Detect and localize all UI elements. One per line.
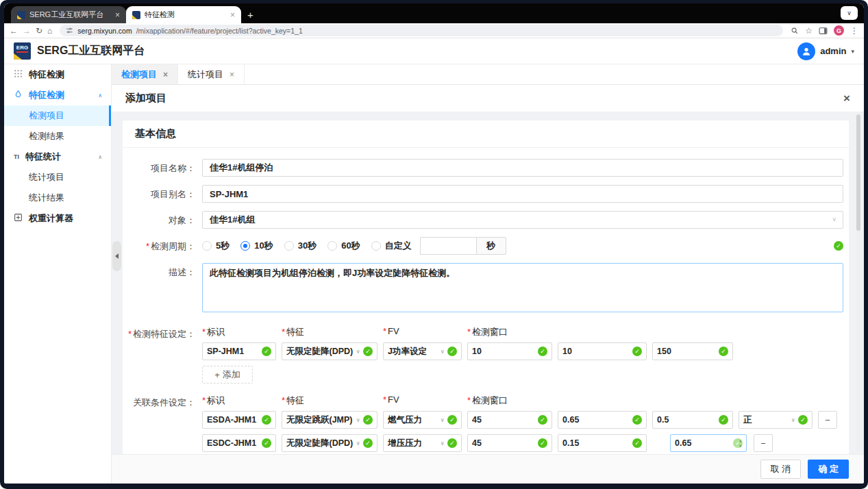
fv-select[interactable]: J功率设定∨✓ (383, 342, 462, 360)
chevron-up-icon[interactable]: ∧ (98, 92, 102, 99)
radio-custom[interactable]: 自定义 (371, 240, 412, 252)
radio-30s[interactable]: 30秒 (284, 240, 317, 252)
tab-close-icon[interactable]: × (163, 70, 168, 79)
modal-title: 添加项目 (125, 92, 166, 105)
url-path: /mixapplication/#/feature/project/list?a… (136, 27, 303, 35)
username[interactable]: admin (820, 46, 846, 56)
window-input[interactable]: 10✓ (558, 342, 647, 360)
sidebar-group-feature-detect[interactable]: 特征检测 ∧ (4, 85, 111, 105)
sidebar-group-label: 特征检测 (29, 89, 64, 101)
sidebar-item-detect-results[interactable]: 检测结果 (4, 126, 111, 147)
app-logo-text: ERG (16, 45, 28, 53)
tab-close-icon[interactable]: × (230, 10, 235, 20)
feature-id-input[interactable]: SP-JHM1✓ (202, 342, 276, 360)
tab-detect-projects[interactable]: 检测项目 × (112, 64, 178, 84)
project-alias-input[interactable] (202, 185, 843, 203)
tab-close-icon[interactable]: × (115, 10, 120, 20)
modal-body: 基本信息 项目名称： 项目别名： 对象： (112, 112, 864, 454)
close-icon[interactable]: × (843, 92, 850, 104)
radio-5s[interactable]: 5秒 (202, 240, 230, 252)
confirm-button[interactable]: 确 定 (808, 460, 849, 479)
tab-stats-projects[interactable]: 统计项目 × (178, 64, 245, 84)
target-select[interactable]: ∨ (202, 211, 843, 229)
sidebar-group-feature-stats[interactable]: TI 特征统计 ∧ (4, 147, 111, 167)
chevron-up-icon[interactable]: ∧ (98, 154, 102, 160)
site-settings-icon[interactable] (66, 27, 73, 34)
col-header: FV (388, 394, 399, 405)
sidebar-item-detect-projects[interactable]: 检测项目 (4, 105, 111, 126)
url-bar[interactable]: serg.mixyun.com/mixapplication/#/feature… (60, 25, 783, 36)
col-header: 特征 (286, 395, 304, 405)
chevron-down-icon: ∨ (832, 216, 836, 223)
forward-icon[interactable]: → (23, 27, 31, 35)
valid-check-icon: ✓ (447, 347, 457, 356)
tab-close-icon[interactable]: × (230, 70, 234, 79)
target-select-value[interactable] (202, 211, 843, 229)
bookmark-star-icon[interactable]: ☆ (805, 27, 813, 35)
scrollbar-thumb[interactable] (856, 114, 860, 231)
window-input[interactable]: 45✓ (467, 411, 552, 429)
side-panel-icon[interactable] (819, 27, 828, 35)
remove-row-button[interactable]: − (754, 434, 773, 452)
fv-select[interactable]: 燃气压力∨✓ (383, 411, 462, 429)
form-row-target: 对象： ∨ (123, 211, 849, 229)
home-icon[interactable]: ⌂ (47, 27, 52, 35)
new-tab-button[interactable]: + (247, 9, 253, 21)
window-number-input-focused[interactable]: 0.65 ✓ ∧∨ (670, 434, 747, 452)
window-input[interactable]: 0.5✓ (652, 411, 733, 429)
field-label: *检测周期： (123, 237, 202, 253)
custom-period-input[interactable] (420, 237, 476, 255)
sidebar-workspace[interactable]: 特征检测 (4, 64, 111, 85)
remove-row-button[interactable]: − (818, 411, 837, 429)
field-label: *检测特征设定： (123, 325, 202, 340)
feature-type-select[interactable]: 无限定陡降(DPD)∨✓ (282, 342, 377, 360)
user-caret-icon[interactable]: ▾ (851, 48, 854, 55)
reload-icon[interactable]: ↻ (36, 27, 42, 35)
valid-check-icon: ✓ (632, 438, 642, 448)
relation-type-select[interactable]: 无限定陡降(DPD)∨✓ (282, 434, 377, 452)
project-name-input[interactable] (202, 159, 843, 177)
zoom-icon[interactable] (791, 27, 799, 35)
valid-check-icon: ✓ (719, 347, 728, 356)
radio-10s[interactable]: 10秒 (240, 240, 273, 252)
sign-select[interactable]: 正∨✓ (739, 411, 813, 429)
browser-tab-serg[interactable]: SERG工业互联网平台 × (11, 6, 126, 23)
section-title: 基本信息 (123, 121, 849, 148)
radio-icon (202, 241, 212, 251)
sidebar-collapse-handle[interactable] (112, 241, 121, 271)
required-mark: * (146, 241, 149, 251)
window-input[interactable]: 0.65✓ (558, 411, 647, 429)
form-row-alias: 项目别名： (123, 185, 849, 203)
tab-search-button[interactable]: ∨ (841, 6, 858, 20)
relation-id-input[interactable]: ESDC-JHM1✓ (202, 434, 276, 452)
relation-id-input[interactable]: ESDA-JHM1✓ (202, 411, 276, 429)
user-avatar[interactable] (797, 42, 815, 60)
sidebar-item-weight-calculator[interactable]: 权重计算器 (4, 208, 111, 229)
radio-60s[interactable]: 60秒 (327, 240, 360, 252)
back-icon[interactable]: ← (10, 27, 18, 35)
valid-check-icon: ✓ (262, 347, 271, 356)
chevron-down-icon: ∨ (356, 349, 361, 355)
field-label: 关联条件设定： (123, 393, 202, 409)
col-header: 特征 (286, 327, 304, 337)
valid-check-icon: ✓ (632, 415, 642, 425)
basic-info-card: 基本信息 项目名称： 项目别名： 对象： (123, 121, 849, 454)
cancel-button[interactable]: 取 消 (760, 460, 802, 479)
sidebar-item-stats-results[interactable]: 统计结果 (4, 188, 111, 208)
sidebar-item-stats-projects[interactable]: 统计项目 (4, 167, 111, 188)
sidebar-item-label: 检测结果 (29, 130, 64, 142)
valid-check-icon: ✓ (538, 347, 547, 356)
window-input[interactable]: 150✓ (652, 342, 733, 360)
browser-profile-avatar[interactable]: G (834, 25, 844, 36)
relation-type-select[interactable]: 无限定跳跃(JMP)∨✓ (282, 411, 377, 429)
browser-tab-feature[interactable]: 特征检测 × (126, 6, 241, 23)
window-input[interactable]: 10✓ (467, 342, 552, 360)
valid-check-icon: ✓ (262, 415, 271, 425)
browser-menu-icon[interactable]: ⋮ (850, 27, 858, 35)
add-feature-button[interactable]: +添加 (202, 366, 253, 384)
description-textarea[interactable]: 此特征检测项目为机组停泊检测，即J功率设定陡降特征检测。 (202, 263, 843, 312)
font-size-icon: TI (14, 153, 19, 160)
window-input[interactable]: 45✓ (467, 434, 552, 452)
fv-select[interactable]: 增压压力∨✓ (383, 434, 462, 452)
window-input[interactable]: 0.15✓ (558, 434, 647, 452)
